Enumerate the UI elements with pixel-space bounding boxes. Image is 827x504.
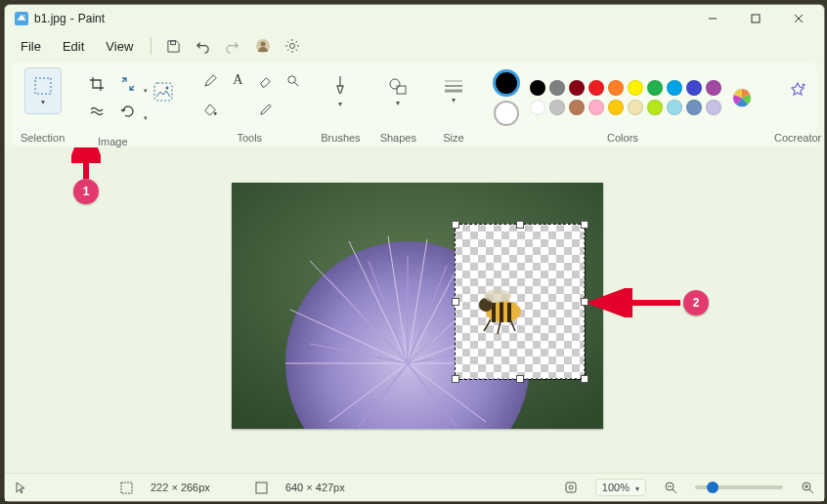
size-tool[interactable]: ▾ <box>436 67 471 114</box>
color-swatch[interactable] <box>628 100 643 115</box>
svg-rect-10 <box>35 78 51 94</box>
settings-icon[interactable] <box>279 32 306 60</box>
zoom-slider[interactable] <box>695 485 783 489</box>
color-swatch[interactable] <box>647 80 663 96</box>
cocreator-label: Cocreator <box>774 132 821 144</box>
svg-point-60 <box>569 485 573 489</box>
window-title-appname: Paint <box>78 12 105 25</box>
undo-icon[interactable] <box>189 32 216 60</box>
chevron-down-icon: ▾ <box>452 96 456 105</box>
secondary-color[interactable] <box>494 101 519 126</box>
svg-point-12 <box>166 87 169 90</box>
shapes-tool[interactable]: ▾ <box>380 67 415 114</box>
chevron-down-icon: ▾ <box>41 98 45 106</box>
generative-erase-icon[interactable] <box>84 99 109 124</box>
primary-color[interactable] <box>493 69 520 97</box>
chevron-down-icon: ▾ <box>635 484 639 493</box>
color-swatch[interactable] <box>628 80 643 96</box>
statusbar: 222 × 266px 640 × 427px 100% ▾ <box>5 473 824 501</box>
eraser-icon[interactable] <box>252 67 278 93</box>
minimize-button[interactable] <box>691 5 734 32</box>
group-cocreator: Cocreator <box>764 62 827 147</box>
color-swatch[interactable] <box>549 80 565 96</box>
svg-line-67 <box>809 489 813 493</box>
text-icon[interactable]: A <box>225 67 250 93</box>
selection-size-icon <box>120 482 133 494</box>
menubar: File Edit View <box>5 32 824 60</box>
color-row-1 <box>530 80 721 96</box>
account-icon[interactable] <box>249 32 277 60</box>
save-icon[interactable] <box>159 32 187 60</box>
color-swatch[interactable] <box>667 100 682 115</box>
ribbon: ▾ Selection ▾ ▾ Image <box>11 62 818 147</box>
zoom-value: 100% <box>602 482 630 493</box>
color-swatch[interactable] <box>588 100 604 115</box>
edit-colors-icon[interactable] <box>731 87 753 108</box>
color-swatch[interactable] <box>706 80 721 96</box>
menu-file[interactable]: File <box>11 35 51 58</box>
group-selection: ▾ Selection <box>11 62 74 147</box>
svg-point-9 <box>290 44 295 49</box>
group-shapes: ▾ Shapes <box>370 62 426 147</box>
color-picker-icon[interactable] <box>252 97 278 122</box>
colors-label: Colors <box>607 132 638 144</box>
cursor-icon <box>15 482 26 493</box>
svg-rect-3 <box>752 15 760 22</box>
color-swatch[interactable] <box>647 100 663 115</box>
zoom-in-icon[interactable] <box>801 481 814 494</box>
canvas-size-icon <box>255 482 268 494</box>
color-swatch[interactable] <box>686 100 702 115</box>
remove-background-icon[interactable] <box>149 77 178 106</box>
close-button[interactable] <box>777 5 820 32</box>
canvas-area[interactable]: 1 2 <box>5 147 824 473</box>
titlebar: b1.jpg - Paint <box>5 5 824 32</box>
group-size: ▾ Size <box>426 62 481 147</box>
color-swatch[interactable] <box>569 100 585 115</box>
svg-point-14 <box>288 75 296 83</box>
menu-view[interactable]: View <box>96 35 143 58</box>
svg-rect-6 <box>171 40 176 44</box>
selection-tool[interactable]: ▾ <box>24 67 62 114</box>
color-swatch[interactable] <box>686 80 702 96</box>
svg-line-63 <box>673 489 676 493</box>
magnifier-icon[interactable] <box>280 67 305 93</box>
color-swatch[interactable] <box>608 100 624 115</box>
svg-point-22 <box>803 84 805 87</box>
group-image: ▾ ▾ Image <box>74 62 188 147</box>
menu-edit[interactable]: Edit <box>53 35 94 58</box>
brushes-tool[interactable]: ▾ <box>323 67 358 114</box>
canvas[interactable] <box>232 183 603 429</box>
redo-icon[interactable] <box>218 32 245 60</box>
svg-rect-57 <box>121 483 132 493</box>
rotate-icon[interactable]: ▾ <box>115 99 141 124</box>
group-colors: Colors <box>481 62 764 147</box>
selection-marquee[interactable] <box>455 224 586 380</box>
annotation-badge-2: 2 <box>683 290 709 315</box>
cocreator-tool[interactable] <box>780 67 815 114</box>
crop-icon[interactable] <box>84 71 109 97</box>
fit-screen-icon[interactable] <box>564 481 578 494</box>
chevron-down-icon: ▾ <box>396 99 400 107</box>
fill-icon[interactable] <box>197 97 223 122</box>
size-label: Size <box>443 132 463 144</box>
color-swatch[interactable] <box>530 100 545 115</box>
group-brushes: ▾ Brushes <box>311 62 370 147</box>
color-swatch[interactable] <box>588 80 604 96</box>
tools-label: Tools <box>237 132 262 144</box>
color-swatch[interactable] <box>608 80 624 96</box>
paint-app-icon <box>15 12 28 25</box>
resize-icon[interactable]: ▾ <box>115 71 141 97</box>
pencil-icon[interactable] <box>197 67 223 93</box>
color-swatch[interactable] <box>549 100 565 115</box>
zoom-dropdown[interactable]: 100% ▾ <box>595 479 646 496</box>
color-swatch[interactable] <box>569 80 585 96</box>
color-swatch[interactable] <box>667 80 682 96</box>
svg-point-13 <box>214 111 217 114</box>
color-swatch[interactable] <box>706 100 721 115</box>
brushes-label: Brushes <box>321 132 360 144</box>
maximize-button[interactable] <box>734 5 777 32</box>
selection-label: Selection <box>21 132 65 144</box>
zoom-out-icon[interactable] <box>664 481 677 494</box>
image-label: Image <box>98 136 128 147</box>
color-swatch[interactable] <box>530 80 545 96</box>
